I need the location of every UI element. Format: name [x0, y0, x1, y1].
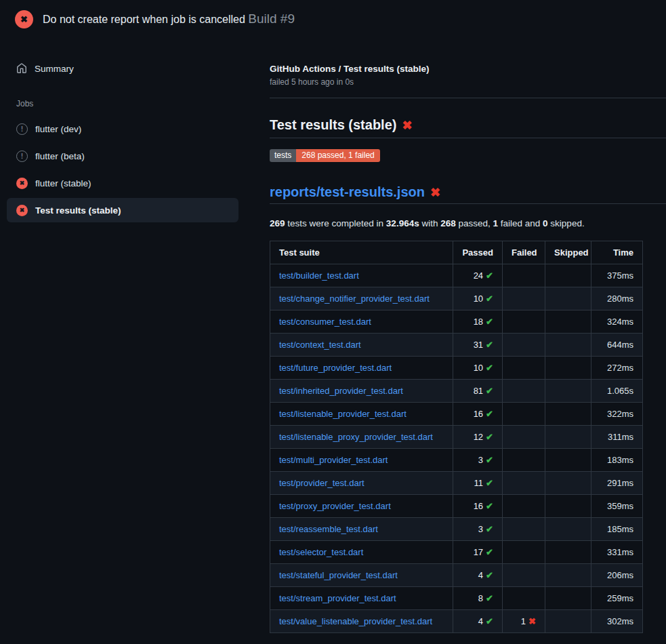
cell-test-suite: test/consumer_test.dart — [270, 310, 453, 334]
sidebar-item-summary[interactable]: Summary — [7, 57, 238, 80]
suite-link[interactable]: test/context_test.dart — [279, 340, 361, 350]
section-heading: Test results (stable)✖ — [270, 117, 666, 138]
cell-time: 291ms — [591, 472, 643, 495]
failed-x-icon: ✖ — [402, 119, 412, 132]
table-row: test/listenable_provider_test.dart 16✔ 3… — [270, 403, 643, 426]
suite-link[interactable]: test/builder_test.dart — [279, 270, 359, 281]
cell-failed — [503, 449, 545, 472]
column-header-skipped: Skipped — [545, 241, 591, 264]
check-icon: ✔ — [486, 294, 493, 304]
cell-passed: 3✔ — [453, 518, 503, 541]
cell-failed — [503, 587, 545, 610]
passed-count: 10 — [474, 363, 483, 373]
passed-count: 3 — [478, 455, 483, 465]
cell-passed: 4✔ — [453, 610, 503, 633]
table-row: test/builder_test.dart 24✔ 375ms — [270, 264, 643, 287]
sidebar-job-item[interactable]: ! flutter (dev) — [7, 117, 238, 141]
cell-failed — [503, 495, 545, 518]
table-row: test/proxy_provider_test.dart 16✔ 359ms — [270, 495, 643, 518]
run-title: Do not create report when job is cancell… — [43, 14, 245, 25]
cell-test-suite: test/stateful_provider_test.dart — [270, 564, 453, 587]
content-layout: Summary Jobs ! flutter (dev) ! flutter (… — [0, 38, 666, 633]
table-row: test/change_notifier_provider_test.dart … — [270, 287, 643, 310]
x-circle-icon: ✖ — [16, 205, 28, 216]
cell-passed: 10✔ — [453, 287, 503, 310]
cell-test-suite: test/listenable_proxy_provider_test.dart — [270, 426, 453, 449]
suite-link[interactable]: test/consumer_test.dart — [279, 317, 371, 327]
sidebar-job-item[interactable]: ! flutter (beta) — [7, 144, 238, 168]
sidebar-jobs-list: ! flutter (dev) ! flutter (beta) ✖ flutt… — [7, 117, 238, 222]
cell-skipped — [545, 564, 591, 587]
cell-passed: 17✔ — [453, 541, 503, 564]
passed-count: 3 — [478, 524, 483, 534]
cell-skipped — [545, 449, 591, 472]
cell-failed — [503, 380, 545, 403]
cell-failed: 1✖ — [503, 610, 545, 633]
check-icon: ✔ — [486, 547, 493, 557]
cell-time: 272ms — [591, 357, 643, 380]
cell-skipped — [545, 334, 591, 357]
sidebar-job-item[interactable]: ✖ flutter (stable) — [7, 171, 238, 195]
cell-time: 183ms — [591, 449, 643, 472]
home-icon — [16, 63, 27, 74]
suite-link[interactable]: test/proxy_provider_test.dart — [279, 501, 391, 511]
suite-link[interactable]: test/selector_test.dart — [279, 547, 363, 557]
summary-segment: 269 — [270, 218, 285, 228]
cell-time: 206ms — [591, 564, 643, 587]
cell-passed: 8✔ — [453, 587, 503, 610]
cell-failed — [503, 334, 545, 357]
table-row: test/selector_test.dart 17✔ 331ms — [270, 541, 643, 564]
suite-link[interactable]: test/reassemble_test.dart — [279, 524, 378, 534]
x-circle-icon: ✖ — [16, 178, 28, 189]
column-header-time: Time — [591, 241, 643, 264]
suite-link[interactable]: test/multi_provider_test.dart — [279, 455, 388, 465]
table-row: test/reassemble_test.dart 3✔ 185ms — [270, 518, 643, 541]
summary-segment: passed, — [456, 218, 493, 228]
suite-link[interactable]: test/change_notifier_provider_test.dart — [279, 294, 430, 304]
cell-test-suite: test/listenable_provider_test.dart — [270, 403, 453, 426]
suite-link[interactable]: test/stateful_provider_test.dart — [279, 570, 398, 580]
failed-count: 1 — [521, 616, 526, 626]
suite-link[interactable]: test/stream_provider_test.dart — [279, 593, 396, 603]
table-row: test/stream_provider_test.dart 8✔ 259ms — [270, 587, 643, 610]
tests-badge: tests 268 passed, 1 failed — [270, 149, 380, 162]
table-row: test/inherited_provider_test.dart 81✔ 1.… — [270, 380, 643, 403]
check-icon: ✔ — [486, 478, 493, 488]
summary-segment: 268 — [440, 218, 456, 228]
suite-link[interactable]: test/provider_test.dart — [279, 478, 365, 488]
suite-link[interactable]: test/inherited_provider_test.dart — [279, 386, 403, 396]
table-row: test/context_test.dart 31✔ 644ms — [270, 334, 643, 357]
check-icon: ✔ — [486, 455, 493, 465]
cell-test-suite: test/context_test.dart — [270, 334, 453, 357]
cell-failed — [503, 541, 545, 564]
badge-row: tests 268 passed, 1 failed — [270, 138, 666, 162]
check-icon: ✔ — [486, 409, 493, 419]
passed-count: 16 — [474, 409, 483, 419]
cell-test-suite: test/provider_test.dart — [270, 472, 453, 495]
cell-time: 359ms — [591, 495, 643, 518]
cell-time: 280ms — [591, 287, 643, 310]
check-header: GitHub Actions / Test results (stable) f… — [270, 64, 666, 98]
suite-link[interactable]: test/listenable_proxy_provider_test.dart — [279, 432, 433, 442]
section-title: Test results (stable) — [270, 117, 396, 132]
cell-time: 302ms — [591, 610, 643, 633]
passed-count: 11 — [474, 478, 484, 488]
cell-test-suite: test/builder_test.dart — [270, 264, 453, 287]
cell-time: 311ms — [591, 426, 643, 449]
report-link[interactable]: reports/test-results.json — [270, 184, 425, 199]
badge-value: 268 passed, 1 failed — [296, 149, 379, 162]
passed-count: 12 — [474, 432, 483, 442]
summary-sentence: 269 tests were completed in 32.964s with… — [270, 218, 666, 228]
sidebar-job-item[interactable]: ✖ Test results (stable) — [7, 198, 238, 222]
passed-count: 10 — [474, 294, 483, 304]
cell-failed — [503, 287, 545, 310]
suite-link[interactable]: test/listenable_provider_test.dart — [279, 409, 407, 419]
cell-skipped — [545, 541, 591, 564]
cell-failed — [503, 564, 545, 587]
cell-skipped — [545, 380, 591, 403]
cell-time: 331ms — [591, 541, 643, 564]
suite-link[interactable]: test/future_provider_test.dart — [279, 363, 392, 373]
suite-link[interactable]: test/value_listenable_provider_test.dart — [279, 616, 432, 626]
passed-count: 24 — [474, 270, 483, 281]
cell-failed — [503, 310, 545, 334]
